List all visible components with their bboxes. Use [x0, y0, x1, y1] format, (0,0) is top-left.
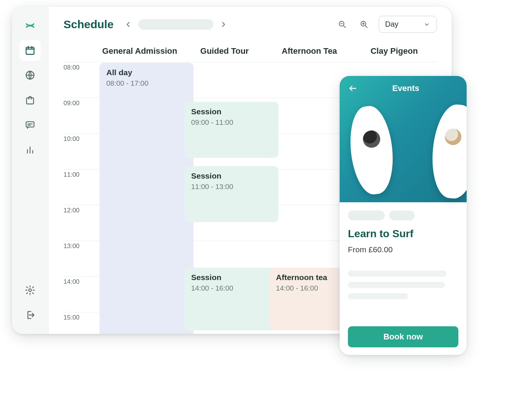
nav-analytics[interactable]: [20, 139, 41, 160]
grid-cell[interactable]: [267, 205, 352, 239]
logout-icon: [25, 310, 35, 320]
view-select[interactable]: Day: [379, 16, 437, 33]
zoom-in-button[interactable]: [357, 17, 371, 32]
nav-globe[interactable]: [20, 65, 41, 86]
gear-icon: [25, 285, 35, 295]
date-range-pill[interactable]: [138, 19, 213, 30]
column-header: Guided Tour: [182, 39, 267, 62]
time-label: 08:00: [63, 62, 97, 98]
schedule-event[interactable]: Session11:00 - 13:00: [184, 166, 278, 222]
grid-cell[interactable]: [182, 62, 267, 96]
time-label: 13:00: [63, 241, 97, 276]
mobile-header: Events: [340, 76, 467, 101]
event-time: 14:00 - 16:00: [191, 284, 272, 292]
message-icon: [25, 120, 35, 130]
tag-row: [348, 211, 458, 220]
surfboard-graphic: [429, 103, 467, 200]
globe-icon: [25, 70, 35, 80]
page-title: Schedule: [63, 18, 113, 31]
description-skeleton: [348, 271, 458, 299]
grid-cell[interactable]: [267, 169, 352, 203]
book-now-button[interactable]: Book now: [348, 326, 458, 347]
svg-rect-3: [26, 122, 34, 127]
event-title: All day: [106, 68, 187, 77]
chevron-left-icon: [124, 20, 132, 29]
zoom-out-icon: [338, 20, 346, 29]
time-label: 09:00: [63, 98, 97, 133]
time-label: 11:00: [63, 169, 97, 205]
schedule-event[interactable]: Session09:00 - 11:00: [184, 102, 278, 158]
column-header: Clay Pigeon: [352, 39, 437, 62]
chevron-down-icon: [423, 21, 430, 28]
svg-rect-2: [27, 98, 34, 104]
nav-logout[interactable]: [20, 304, 41, 326]
skeleton-line: [348, 271, 446, 277]
nav-logo[interactable]: [20, 15, 41, 36]
time-label: 12:00: [63, 205, 97, 241]
event-time: 08:00 - 17:00: [106, 79, 187, 88]
grid-cell[interactable]: [267, 62, 352, 96]
column-header: General Admission: [97, 39, 182, 62]
view-select-label: Day: [385, 20, 399, 29]
top-bar: Schedule Day: [48, 7, 452, 37]
surfboard-graphic: [346, 104, 397, 196]
bag-icon: [25, 95, 35, 105]
side-nav: [12, 7, 48, 334]
mobile-event-preview: Events Learn to Surf From £60.00 Book no…: [340, 76, 467, 355]
next-button[interactable]: [216, 17, 231, 32]
arrow-left-icon: [348, 84, 357, 93]
skeleton-line: [348, 293, 408, 299]
schedule-event[interactable]: Session14:00 - 16:00: [184, 268, 278, 330]
event-price: From £60.00: [348, 245, 458, 254]
event-time: 11:00 - 13:00: [191, 183, 272, 191]
event-title: Session: [191, 107, 272, 116]
time-label: 14:00: [63, 276, 97, 312]
nav-settings[interactable]: [20, 280, 41, 301]
schedule-event[interactable]: All day08:00 - 17:00: [100, 63, 193, 334]
tag-pill: [389, 211, 415, 220]
time-label: 10:00: [63, 133, 97, 169]
prev-button[interactable]: [121, 17, 135, 32]
person-graphic: [445, 129, 461, 145]
chevron-right-icon: [219, 20, 228, 29]
nav-calendar[interactable]: [20, 40, 41, 61]
logo-icon: [25, 20, 35, 31]
mobile-body: Learn to Surf From £60.00 Book now: [340, 202, 467, 355]
tag-pill: [348, 211, 385, 220]
back-button[interactable]: [346, 82, 359, 95]
nav-messages[interactable]: [20, 114, 41, 135]
calendar-icon: [25, 45, 35, 56]
column-header: Afternoon Tea: [267, 39, 352, 62]
svg-point-4: [29, 289, 32, 292]
zoom-out-button[interactable]: [335, 17, 349, 32]
column-headers: General AdmissionGuided TourAfternoon Te…: [63, 39, 437, 62]
nav-shop[interactable]: [20, 89, 41, 111]
event-hero-image: Events: [340, 76, 467, 202]
zoom-in-icon: [360, 20, 368, 29]
bar-chart-icon: [25, 144, 35, 155]
skeleton-line: [348, 282, 445, 288]
event-title: Learn to Surf: [348, 228, 458, 240]
grid-cell[interactable]: [267, 98, 352, 132]
time-label: 15:00: [63, 312, 97, 334]
grid-cell[interactable]: [267, 133, 352, 168]
event-title: Session: [191, 273, 272, 282]
event-title: Session: [191, 171, 272, 180]
mobile-header-title: Events: [364, 83, 447, 93]
person-graphic: [363, 130, 380, 148]
event-time: 09:00 - 11:00: [191, 118, 272, 127]
svg-rect-0: [26, 47, 34, 55]
date-nav: [121, 17, 231, 32]
